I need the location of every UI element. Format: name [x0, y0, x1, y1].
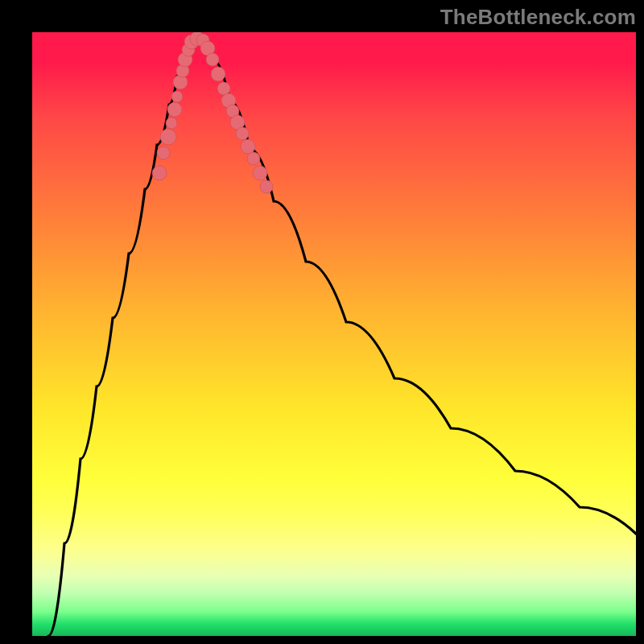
data-marker: [166, 118, 177, 129]
curve-layer: [32, 32, 636, 636]
data-marker: [157, 147, 170, 159]
data-marker: [260, 180, 273, 193]
data-marker: [206, 53, 219, 66]
data-marker: [241, 139, 255, 154]
data-marker: [171, 91, 183, 102]
chart-frame: TheBottleneck.com: [0, 0, 644, 644]
plot-area: [32, 32, 636, 636]
data-marker: [253, 166, 267, 180]
data-marker: [247, 152, 260, 165]
data-marker: [236, 127, 249, 140]
right-branch-curve: [203, 40, 636, 534]
data-marker: [167, 102, 182, 117]
data-marker: [160, 129, 176, 145]
data-marker: [211, 67, 225, 81]
data-marker: [217, 82, 230, 95]
marker-group: [152, 32, 273, 193]
attribution-text: TheBottleneck.com: [440, 5, 636, 30]
data-marker: [152, 166, 167, 180]
